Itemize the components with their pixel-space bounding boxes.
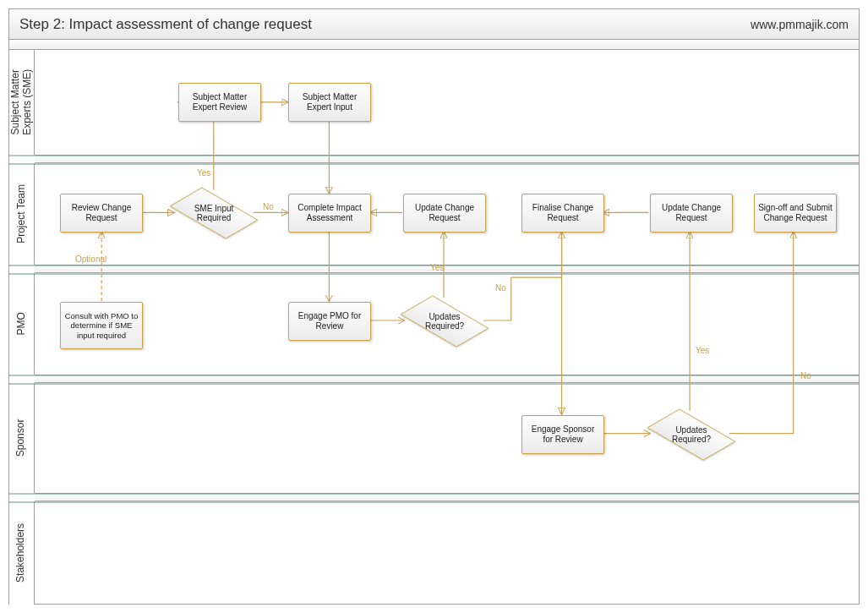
label-no: No: [263, 202, 274, 211]
diagram-title: Step 2: Impact assessment of change requ…: [19, 16, 312, 33]
node-engage-sponsor: Engage Sponsor for Review: [521, 415, 604, 454]
node-finalise-cr: Finalise Change Request: [521, 194, 604, 233]
node-complete-impact: Complete Impact Assessment: [288, 194, 371, 233]
node-engage-pmo: Engage PMO for Review: [288, 302, 371, 341]
lane-label-sponsor: Sponsor: [9, 383, 35, 493]
node-update-cr-1: Update Change Request: [403, 194, 486, 233]
label-optional: Optional: [75, 255, 106, 264]
node-update-cr-2: Update Change Request: [650, 194, 733, 233]
lane-label-pmo: PMO: [9, 273, 35, 375]
node-review-cr: Review Change Request: [60, 194, 143, 233]
swimlanes: Subject Matter Experts (SME) Project Tea…: [9, 50, 859, 604]
node-consult-pmo: Consult with PMO to determine if SME inp…: [60, 302, 143, 349]
node-sme-review: Subject Matter Expert Review: [178, 83, 261, 122]
header-separator: [9, 40, 859, 50]
lane-label-team: Project Team: [9, 163, 35, 265]
label-no: No: [800, 371, 811, 380]
node-sme-input: Subject Matter Expert Input: [288, 83, 371, 122]
label-no: No: [495, 283, 506, 293]
label-yes: Yes: [197, 168, 210, 178]
decision-updates-sponsor: Updates Required?: [652, 412, 731, 457]
label-yes: Yes: [430, 263, 444, 272]
diagram-header: Step 2: Impact assessment of change requ…: [9, 9, 859, 40]
decision-sme-required: SME Input Required: [174, 190, 254, 236]
node-signoff: Sign-off and Submit Change Request: [754, 194, 837, 233]
label-yes: Yes: [696, 346, 709, 355]
decision-updates-pmo: Updates Required?: [405, 298, 484, 344]
lane-label-sme: Subject Matter Experts (SME): [9, 50, 35, 155]
lane-label-stakeholders: Stakeholders: [9, 501, 35, 605]
diagram-frame: Step 2: Impact assessment of change requ…: [8, 8, 860, 605]
diagram-source-url: www.pmmajik.com: [751, 18, 849, 31]
